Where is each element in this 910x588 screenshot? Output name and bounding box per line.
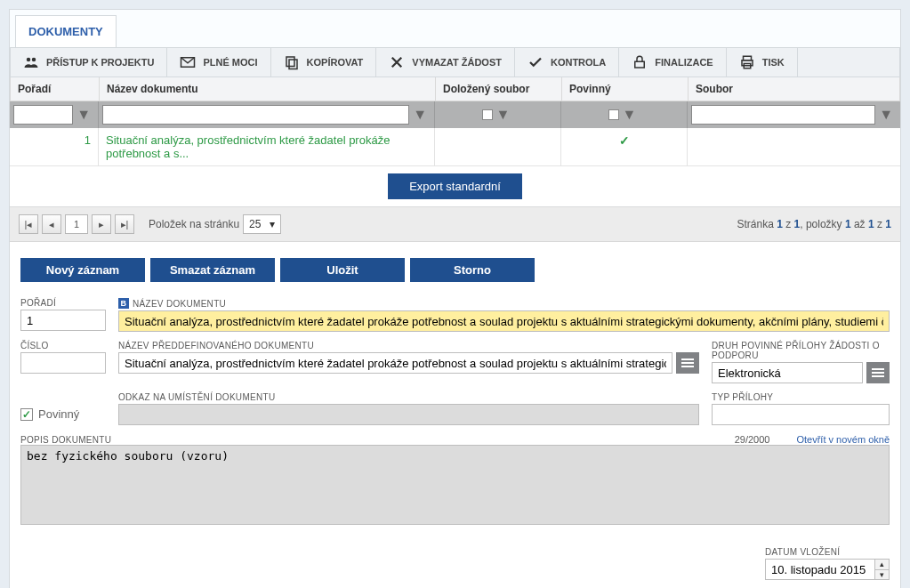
required-icon: B xyxy=(118,298,129,309)
check-icon: ✓ xyxy=(619,133,630,148)
svg-point-0 xyxy=(27,58,31,62)
pager-page[interactable]: 1 xyxy=(65,214,88,234)
filter-file[interactable] xyxy=(691,105,875,125)
svg-rect-3 xyxy=(289,60,297,69)
svg-rect-4 xyxy=(635,61,645,68)
order-field[interactable] xyxy=(20,310,106,331)
label-mandatory: Povinný xyxy=(38,407,79,421)
print-icon xyxy=(739,54,755,70)
label-date: DATUM VLOŽENÍ xyxy=(765,547,890,557)
toolbar-poa[interactable]: PLNÉ MOCI xyxy=(167,48,270,77)
cancel-button[interactable]: Storno xyxy=(410,258,535,282)
grid-header: Pořadí Název dokumentu Doložený soubor P… xyxy=(10,77,900,101)
tab-documents[interactable]: DOKUMENTY xyxy=(15,15,117,47)
toolbar-finalize[interactable]: FINALIZACE xyxy=(619,48,726,77)
mail-icon xyxy=(180,54,196,70)
col-mandatory[interactable]: Povinný xyxy=(562,77,689,101)
cell-attached xyxy=(435,128,561,165)
filter-order[interactable] xyxy=(13,105,73,125)
label-number: ČÍSLO xyxy=(20,341,106,350)
chevron-up-icon[interactable]: ▴ xyxy=(875,560,889,570)
label-order: POŘADÍ xyxy=(20,298,106,308)
label-desc: POPIS DOKUMENTU xyxy=(20,435,111,445)
label-link: ODKAZ NA UMÍSTĚNÍ DOKUMENTU xyxy=(118,392,699,402)
check-icon xyxy=(527,54,544,70)
druh-field[interactable] xyxy=(712,362,863,383)
label-predef: NÁZEV PŘEDDEFINOVANÉHO DOKUMENTU xyxy=(118,341,699,350)
pager-per-label: Položek na stránku xyxy=(149,218,239,230)
close-icon xyxy=(389,54,405,70)
copy-icon xyxy=(284,54,300,70)
druh-lookup-icon[interactable] xyxy=(866,362,890,383)
cell-order: 1 xyxy=(10,128,99,165)
desc-counter: 29/2000 xyxy=(735,434,770,445)
toolbar-print[interactable]: TISK xyxy=(727,48,798,77)
svg-rect-2 xyxy=(286,57,294,67)
filter-icon[interactable]: ▼ xyxy=(879,107,893,123)
chevron-down-icon[interactable]: ▾ xyxy=(875,570,889,580)
filter-icon[interactable]: ▼ xyxy=(496,107,511,123)
filter-mandatory-check[interactable] xyxy=(608,109,619,120)
label-name: BNÁZEV DOKUMENTU xyxy=(118,298,890,309)
doc-name-field[interactable] xyxy=(118,310,890,332)
open-new-window-link[interactable]: Otevřít v novém okně xyxy=(796,434,890,445)
grid-filter-row: ▼ ▼ ▼ ▼ ▼ xyxy=(10,101,900,128)
cell-file xyxy=(688,128,900,165)
date-field[interactable] xyxy=(765,559,890,580)
toolbar-copy[interactable]: KOPÍROVAT xyxy=(271,48,377,77)
col-attached[interactable]: Doložený soubor xyxy=(436,77,562,101)
col-order[interactable]: Pořadí xyxy=(11,77,100,101)
people-icon xyxy=(23,54,39,70)
desc-field[interactable]: bez fyzického souboru (vzoru) xyxy=(20,445,890,525)
mandatory-checkbox[interactable] xyxy=(20,408,33,421)
chevron-down-icon: ▾ xyxy=(270,218,275,230)
filter-attached-check[interactable] xyxy=(482,109,493,120)
svg-point-1 xyxy=(32,58,36,62)
filter-icon[interactable]: ▼ xyxy=(77,107,91,123)
toolbar: PŘÍSTUP K PROJEKTU PLNÉ MOCI KOPÍROVAT V… xyxy=(10,47,900,77)
filter-icon[interactable]: ▼ xyxy=(623,107,637,123)
lock-icon xyxy=(632,54,648,70)
predef-field[interactable] xyxy=(118,352,672,374)
filter-name[interactable] xyxy=(102,105,409,125)
number-field[interactable] xyxy=(20,352,106,374)
pager-prev[interactable]: ◂ xyxy=(42,214,61,234)
toolbar-delete[interactable]: VYMAZAT ŽÁDOST xyxy=(376,48,515,77)
cell-name: Situační analýza, prostřednictvím které … xyxy=(99,128,435,165)
col-file[interactable]: Soubor xyxy=(689,77,899,101)
type-field[interactable] xyxy=(712,404,890,425)
pager-last[interactable]: ▸| xyxy=(115,214,134,234)
pager-next[interactable]: ▸ xyxy=(92,214,111,234)
table-row[interactable]: 1 Situační analýza, prostřednictvím kter… xyxy=(10,128,900,166)
cell-mandatory: ✓ xyxy=(561,128,688,165)
pager-status: Stránka 1 z 1, položky 1 až 1 z 1 xyxy=(737,218,891,230)
col-name[interactable]: Název dokumentu xyxy=(100,77,436,101)
link-field[interactable] xyxy=(118,404,699,425)
delete-button[interactable]: Smazat záznam xyxy=(150,258,275,282)
pager-first[interactable]: |◂ xyxy=(19,214,38,234)
save-button[interactable]: Uložit xyxy=(280,258,405,282)
filter-icon[interactable]: ▼ xyxy=(413,107,427,123)
new-button[interactable]: Nový záznam xyxy=(20,258,145,282)
toolbar-access[interactable]: PŘÍSTUP K PROJEKTU xyxy=(11,48,167,77)
toolbar-check[interactable]: KONTROLA xyxy=(515,48,619,77)
export-button[interactable]: Export standardní xyxy=(388,173,522,199)
date-spinner[interactable]: ▴▾ xyxy=(874,560,889,579)
label-type: TYP PŘÍLOHY xyxy=(712,392,890,402)
pager-size-select[interactable]: 25▾ xyxy=(243,214,281,234)
predef-lookup-icon[interactable] xyxy=(676,352,699,374)
label-druh: DRUH POVINNÉ PŘÍLOHY ŽÁDOSTI O PODPORU xyxy=(712,341,890,360)
